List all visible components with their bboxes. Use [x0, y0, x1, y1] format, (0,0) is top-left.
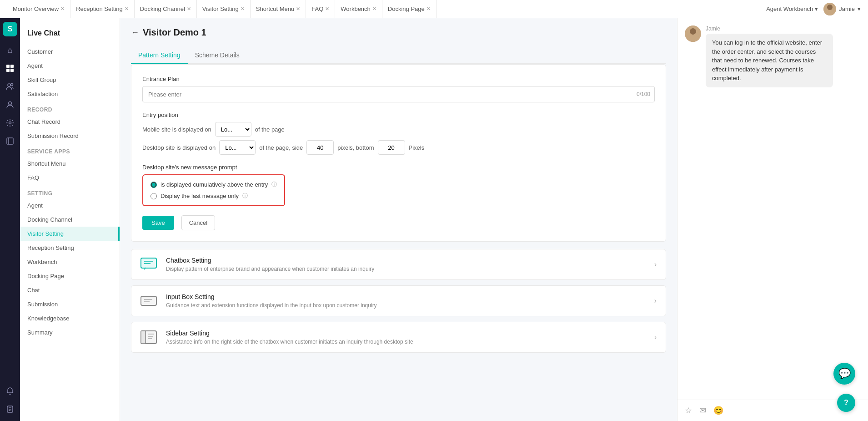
entrance-plan-input[interactable]: [142, 86, 655, 102]
sidebar-item-docking-channel[interactable]: Docking Channel: [20, 213, 120, 227]
tab-reception-setting[interactable]: Reception Setting✕: [70, 0, 135, 18]
tab-workbench[interactable]: Workbench✕: [335, 0, 382, 18]
tab-docking-page[interactable]: Docking Page✕: [382, 0, 437, 18]
app-logo[interactable]: S: [3, 22, 17, 36]
sidebar-item-skill-group[interactable]: Skill Group: [20, 73, 120, 87]
sidebar-item-chat[interactable]: Chat: [20, 283, 120, 297]
radio-cumulative[interactable]: is displayed cumulatively above the entr…: [151, 181, 277, 188]
star-icon[interactable]: ☆: [685, 406, 692, 416]
chatbox-setting-content: Chatbox Setting Display pattern of enter…: [166, 257, 654, 272]
tab-docking-channel[interactable]: Docking Channel✕: [135, 0, 197, 18]
sidebar-item-docking-page[interactable]: Docking Page: [20, 269, 120, 283]
top-bar: Monitor Overview✕Reception Setting✕Docki…: [0, 0, 868, 18]
tab-visitor-setting[interactable]: Visitor Setting✕: [197, 0, 251, 18]
users-icon[interactable]: [2, 78, 18, 95]
content-area: ← Visitor Demo 1 Pattern Setting Scheme …: [120, 18, 868, 421]
tab-faq[interactable]: FAQ✕: [306, 0, 335, 18]
document-icon[interactable]: [2, 401, 18, 417]
pattern-setting-form: Entrance Plan 0/100 Entry position Mobil…: [131, 64, 666, 242]
info-icon-last[interactable]: ⓘ: [242, 192, 248, 200]
entrance-plan-group: Entrance Plan 0/100: [142, 76, 655, 102]
tab-pattern-setting[interactable]: Pattern Setting: [131, 47, 188, 64]
home-icon[interactable]: ⌂: [2, 42, 18, 58]
radio-last-message-input[interactable]: [151, 193, 157, 199]
record-section-label: Record: [20, 101, 120, 115]
tab-close-icon[interactable]: ✕: [60, 6, 65, 12]
sidebar-item-faq[interactable]: FAQ: [20, 171, 120, 185]
chatbox-setting-card[interactable]: Chatbox Setting Display pattern of enter…: [131, 249, 666, 280]
sidebar-item-reception-setting[interactable]: Reception Setting: [20, 241, 120, 255]
tab-close-icon[interactable]: ✕: [426, 6, 431, 12]
entrance-plan-input-wrapper: 0/100: [142, 86, 655, 102]
back-button[interactable]: ←: [131, 28, 139, 37]
sidebar-item-visitor-setting[interactable]: Visitor Setting: [20, 227, 120, 241]
mobile-entry-row: Mobile site is displayed on Lo... Right …: [142, 122, 655, 137]
radio-group: is displayed cumulatively above the entr…: [142, 174, 285, 206]
sidebar-item-satisfaction[interactable]: Satisfaction: [20, 87, 120, 101]
book-icon[interactable]: [2, 133, 18, 149]
info-icon-cumulative[interactable]: ⓘ: [271, 181, 277, 188]
sidebar-item-setting-agent[interactable]: Agent: [20, 198, 120, 213]
desktop-position-select[interactable]: Lo... Right: [219, 140, 256, 155]
gear-icon[interactable]: [2, 115, 18, 131]
sidebar-item-summary[interactable]: Summary: [20, 325, 120, 340]
help-fab-button[interactable]: ?: [837, 394, 855, 412]
tab-monitor-overview[interactable]: Monitor Overview✕: [7, 0, 70, 18]
radio-cumulative-label: is displayed cumulatively above the entr…: [161, 181, 268, 188]
inputbox-setting-icon: [140, 294, 159, 308]
desktop-side-input[interactable]: [306, 140, 334, 155]
inputbox-setting-content: Input Box Setting Guidance text and exte…: [166, 293, 654, 309]
avatar: [823, 3, 836, 15]
tab-close-icon[interactable]: ✕: [125, 6, 129, 12]
icon-sidebar: S ⌂: [0, 18, 20, 421]
chatbox-setting-desc: Display pattern of enterprise brand and …: [166, 266, 654, 272]
new-message-prompt-label: Desktop site's new message prompt: [142, 164, 655, 171]
sidebar-item-customer[interactable]: Customer: [20, 45, 120, 59]
emoji-icon[interactable]: 😊: [713, 406, 723, 416]
mobile-line-text: Mobile site is displayed on: [142, 126, 211, 133]
cancel-button[interactable]: Cancel: [181, 215, 215, 230]
sidebar-item-submission-record[interactable]: Submission Record: [20, 129, 120, 143]
svg-point-2: [8, 84, 10, 86]
chat-panel: Jamie You can log in to the official web…: [677, 18, 868, 421]
save-button[interactable]: Save: [142, 216, 174, 230]
tab-bar: Monitor Overview✕Reception Setting✕Docki…: [7, 0, 437, 18]
agent-workbench-label[interactable]: Agent Workbench ▾: [766, 5, 818, 12]
tab-close-icon[interactable]: ✕: [187, 6, 191, 12]
sidebar-item-knowledgebase[interactable]: Knowledgebase: [20, 311, 120, 325]
chat-fab-button[interactable]: 💬: [833, 363, 855, 385]
chatbox-setting-icon: [140, 257, 159, 272]
svg-rect-15: [141, 296, 156, 305]
tab-shortcut-menu[interactable]: Shortcut Menu✕: [251, 0, 306, 18]
tab-close-icon[interactable]: ✕: [241, 6, 245, 12]
svg-point-3: [11, 84, 13, 86]
bell-icon[interactable]: [2, 383, 18, 399]
new-message-prompt-group: Desktop site's new message prompt is dis…: [142, 164, 655, 206]
chat-sender-name: Jamie: [706, 25, 833, 32]
sidebar-item-agent[interactable]: Agent: [20, 59, 120, 73]
sidebar-item-chat-record[interactable]: Chat Record: [20, 115, 120, 129]
sidebar-setting-icon: [140, 330, 159, 345]
desktop-bottom-input[interactable]: [378, 140, 405, 155]
form-buttons: Save Cancel: [142, 215, 655, 230]
mobile-position-select[interactable]: Lo... Right: [215, 122, 251, 137]
user-name-area[interactable]: Jamie ▾: [823, 3, 861, 15]
tab-close-icon[interactable]: ✕: [296, 6, 300, 12]
inputbox-setting-card[interactable]: Input Box Setting Guidance text and exte…: [131, 285, 666, 316]
tab-close-icon[interactable]: ✕: [325, 6, 329, 12]
mail-icon[interactable]: ✉: [699, 406, 706, 416]
sidebar-item-workbench[interactable]: Workbench: [20, 255, 120, 269]
radio-cumulative-input[interactable]: [151, 182, 157, 188]
tab-close-icon[interactable]: ✕: [372, 6, 376, 12]
person-icon[interactable]: [2, 96, 18, 113]
sidebar-item-submission[interactable]: Submission: [20, 297, 120, 311]
main-layout: S ⌂ Live Chat Customer Agent Skill Group: [0, 18, 868, 421]
sidebar-setting-card[interactable]: Sidebar Setting Assistance info on the r…: [131, 322, 666, 353]
page-title: Visitor Demo 1: [143, 27, 206, 38]
grid-icon[interactable]: [2, 60, 18, 76]
sidebar-setting-title: Sidebar Setting: [166, 330, 654, 337]
sidebar-item-shortcut-menu[interactable]: Shortcut Menu: [20, 157, 120, 171]
tab-scheme-details[interactable]: Scheme Details: [188, 47, 247, 64]
chat-messages: Jamie You can log in to the official web…: [677, 18, 868, 400]
radio-last-message[interactable]: Display the last message only ⓘ: [151, 192, 277, 200]
